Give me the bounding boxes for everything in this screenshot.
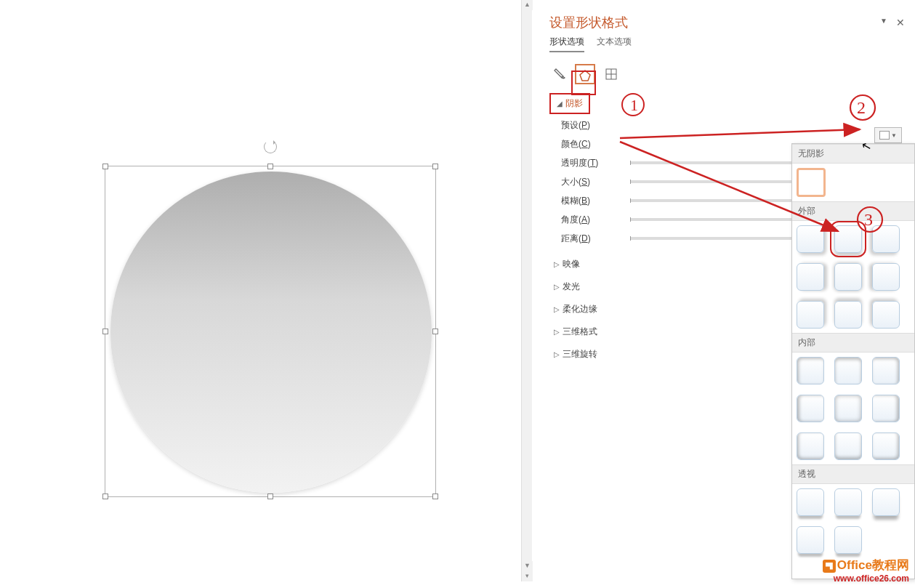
preset-inner-8[interactable]	[834, 432, 862, 460]
resize-handle-mr[interactable]	[432, 329, 438, 334]
vertical-scrollbar[interactable]: ▲ ▼ ▾	[521, 0, 532, 581]
resize-handle-tm[interactable]	[267, 164, 273, 169]
resize-handle-bm[interactable]	[267, 494, 273, 499]
rotate-handle[interactable]	[264, 140, 277, 153]
shape-circle[interactable]	[110, 172, 432, 493]
pane-tabs: 形状选项 文本选项	[541, 36, 915, 58]
preset-inner-5[interactable]	[834, 395, 862, 422]
preset-inner-6[interactable]	[872, 395, 900, 422]
glow-label: 发光	[563, 281, 580, 291]
preset-persp-1[interactable]	[797, 488, 824, 516]
preset-outer-1[interactable]	[797, 225, 824, 253]
preset-inner-1[interactable]	[797, 357, 824, 384]
shadow-preset-gallery: 无阴影 外部 内部 透视	[791, 143, 915, 579]
preset-outer-9[interactable]	[872, 301, 900, 329]
slide-canvas[interactable]	[17, 22, 530, 581]
canvas-area	[0, 0, 531, 581]
selection-box[interactable]	[105, 166, 436, 497]
tab-shape-options[interactable]: 形状选项	[549, 36, 584, 52]
transparency-label: 透明度	[561, 158, 587, 168]
preset-swatch-icon	[879, 131, 890, 140]
reflection-label: 映像	[563, 259, 580, 269]
scroll-up-icon[interactable]: ▲	[522, 0, 533, 10]
softedges-label: 柔化边缘	[563, 304, 597, 314]
gallery-header-outer: 外部	[792, 201, 914, 221]
section-shadow-label: 阴影	[565, 98, 583, 108]
resize-handle-br[interactable]	[432, 494, 438, 499]
resize-handle-ml[interactable]	[102, 329, 108, 334]
gallery-header-perspective: 透视	[792, 464, 914, 484]
preset-persp-3[interactable]	[872, 488, 900, 516]
preset-outer-2[interactable]	[834, 225, 862, 253]
prop-preset: 预设(P)	[561, 116, 906, 134]
tab-text-options[interactable]: 文本选项	[597, 36, 632, 51]
resize-handle-tr[interactable]	[432, 164, 438, 169]
color-label: 颜色	[561, 139, 579, 149]
preset-inner-3[interactable]	[872, 357, 900, 384]
blur-label: 模糊	[561, 196, 579, 206]
chevron-down-icon: ▼	[891, 132, 897, 139]
rotate3d-label: 三维旋转	[563, 349, 597, 359]
preset-outer-3[interactable]	[872, 225, 900, 253]
preset-inner-4[interactable]	[797, 395, 824, 422]
gallery-header-none: 无阴影	[792, 144, 914, 164]
preset-inner-7[interactable]	[797, 432, 824, 460]
size-properties-icon[interactable]	[601, 64, 621, 84]
preset-outer-6[interactable]	[872, 263, 900, 291]
pane-title: 设置形状格式	[541, 0, 915, 36]
preset-no-shadow[interactable]	[797, 168, 826, 197]
preset-inner-9[interactable]	[872, 432, 900, 460]
preset-outer-5[interactable]	[834, 263, 862, 291]
scroll-down2-icon[interactable]: ▾	[522, 571, 533, 581]
resize-handle-bl[interactable]	[102, 494, 108, 499]
resize-handle-tl[interactable]	[102, 164, 108, 169]
pane-menu-icon[interactable]: ▼	[880, 17, 887, 25]
size-label: 大小	[561, 177, 579, 187]
format3d-label: 三维格式	[563, 326, 597, 337]
watermark-url: www.office26.com	[823, 573, 909, 584]
preset-persp-2[interactable]	[834, 488, 862, 516]
preset-inner-2[interactable]	[834, 357, 862, 384]
pane-close-icon[interactable]: ✕	[896, 17, 905, 28]
preset-outer-4[interactable]	[797, 263, 824, 291]
annotation-box-1	[571, 71, 596, 95]
category-icons	[541, 58, 915, 93]
watermark-icon	[823, 560, 836, 573]
preset-outer-8[interactable]	[834, 301, 862, 329]
preset-persp-4[interactable]	[797, 526, 824, 554]
preset-label: 预设	[561, 120, 579, 130]
watermark: Office教程网 www.office26.com	[823, 557, 909, 584]
gallery-header-inner: 内部	[792, 333, 914, 353]
distance-label: 距离	[561, 233, 579, 243]
angle-label: 角度	[561, 214, 579, 225]
preset-outer-7[interactable]	[797, 301, 824, 329]
section-shadow[interactable]: ◢阴影	[549, 93, 590, 114]
preset-persp-5[interactable]	[834, 526, 862, 554]
fill-line-icon[interactable]	[549, 64, 570, 84]
scroll-down-icon[interactable]: ▼	[522, 561, 533, 571]
shadow-preset-dropdown[interactable]: ▼	[874, 127, 902, 143]
